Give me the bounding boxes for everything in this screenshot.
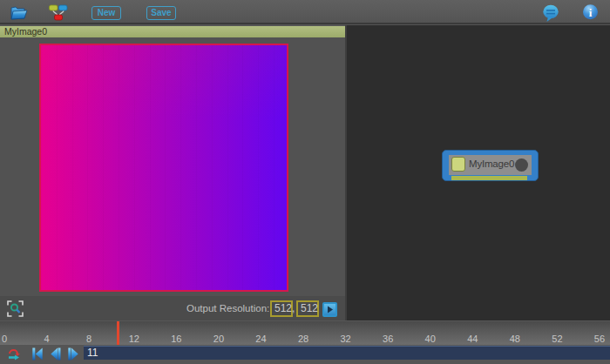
svg-text:i: i: [589, 6, 593, 19]
